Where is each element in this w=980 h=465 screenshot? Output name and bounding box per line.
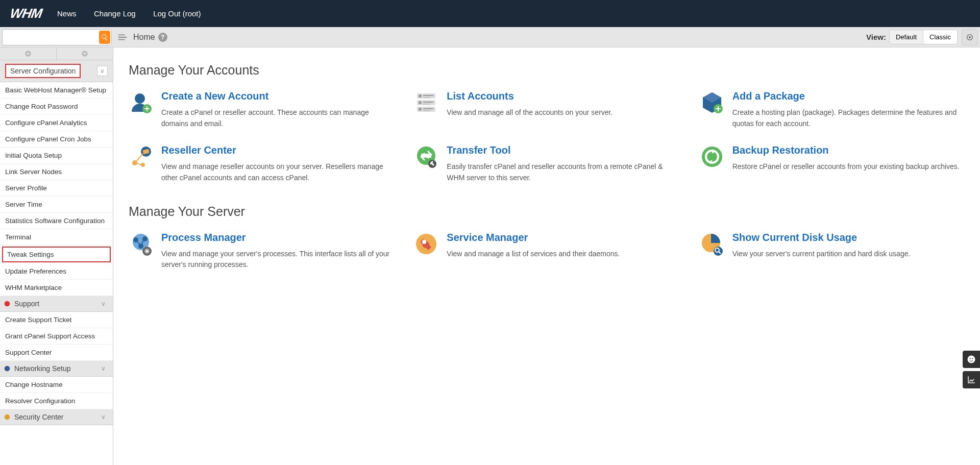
card-grid: Create a New AccountCreate a cPanel or r… xyxy=(129,90,965,184)
section-title: Manage Your Server xyxy=(129,204,965,219)
card-title[interactable]: List Accounts xyxy=(447,90,612,102)
svg-point-6 xyxy=(5,414,10,420)
collapse-bar xyxy=(0,47,113,60)
sidebar-toggle[interactable] xyxy=(117,32,128,43)
chevron-down-icon: ∨ xyxy=(99,300,108,308)
card-description: Restore cPanel or reseller accounts from… xyxy=(732,161,960,173)
feature-card: Create a New AccountCreate a cPanel or r… xyxy=(129,90,394,129)
search-wrapper xyxy=(2,29,112,45)
nav-news[interactable]: News xyxy=(57,9,77,18)
feedback-button[interactable] xyxy=(963,351,980,368)
card-icon xyxy=(129,144,153,169)
sidebar-item-initial-quota-setup[interactable]: Initial Quota Setup xyxy=(0,148,113,164)
main-content: Manage Your AccountsCreate a New Account… xyxy=(113,47,980,465)
sidebar-item-configure-cpanel-analytics[interactable]: Configure cPanel Analytics xyxy=(0,115,113,131)
chevron-down-icon xyxy=(81,50,88,57)
sidebar-group-server-configuration[interactable]: Server Configuration∨ xyxy=(0,60,113,82)
sidebar-item-create-support-ticket[interactable]: Create Support Ticket xyxy=(0,312,113,328)
search-input[interactable] xyxy=(4,33,99,41)
breadcrumb-home[interactable]: Home xyxy=(133,33,155,42)
sidebar-group-label: Support xyxy=(14,300,39,308)
sidebar-item-server-time[interactable]: Server Time xyxy=(0,197,113,213)
menu-icon xyxy=(117,32,128,43)
card-title[interactable]: Show Current Disk Usage xyxy=(732,232,911,243)
sidebar-item-basic-webhost-manager-setup[interactable]: Basic WebHost Manager® Setup xyxy=(0,82,113,99)
chevron-down-icon: ∨ xyxy=(99,413,108,421)
svg-point-36 xyxy=(422,240,426,244)
sidebar-group-label: Security Center xyxy=(14,413,63,421)
card-icon xyxy=(414,90,438,115)
svg-point-14 xyxy=(419,108,422,111)
svg-point-34 xyxy=(146,250,149,252)
card-title[interactable]: Service Manager xyxy=(447,232,620,243)
card-title[interactable]: Create a New Account xyxy=(161,90,394,102)
svg-point-5 xyxy=(5,366,10,372)
card-title[interactable]: Process Manager xyxy=(161,232,394,243)
group-icon xyxy=(3,413,11,421)
sidebar-group-networking-setup[interactable]: Networking Setup∨ xyxy=(0,361,113,377)
section-title: Manage Your Accounts xyxy=(129,63,965,78)
sidebar-item-terminal[interactable]: Terminal xyxy=(0,229,113,246)
feature-card: Show Current Disk UsageView your server'… xyxy=(700,232,965,271)
group-icon xyxy=(3,300,11,308)
card-title[interactable]: Transfer Tool xyxy=(447,144,679,156)
sidebar-item-configure-cpanel-cron-jobs[interactable]: Configure cPanel Cron Jobs xyxy=(0,131,113,148)
card-icon xyxy=(700,144,724,169)
stats-button[interactable] xyxy=(963,371,980,388)
help-icon[interactable]: ? xyxy=(158,33,167,42)
sidebar-item-whm-marketplace[interactable]: WHM Marketplace xyxy=(0,280,113,296)
sidebar-item-change-root-password[interactable]: Change Root Password xyxy=(0,99,113,115)
sidebar-item-tweak-settings[interactable]: Tweak Settings xyxy=(2,247,111,262)
sidebar-group-support[interactable]: Support∨ xyxy=(0,296,113,312)
nav-logout[interactable]: Log Out (root) xyxy=(153,9,201,18)
card-description: View your server's current partition and… xyxy=(732,249,911,260)
sidebar-item-update-preferences[interactable]: Update Preferences xyxy=(0,263,113,280)
card-title[interactable]: Reseller Center xyxy=(161,144,394,156)
svg-rect-18 xyxy=(423,104,430,105)
svg-rect-15 xyxy=(423,95,433,96)
svg-point-7 xyxy=(135,93,145,104)
chart-icon xyxy=(967,375,976,384)
card-description: Create a cPanel or reseller account. The… xyxy=(161,107,394,129)
sidebar-group-label: Networking Setup xyxy=(14,364,71,373)
feature-card: Transfer ToolEasily transfer cPanel and … xyxy=(414,144,679,183)
sidebar-item-grant-cpanel-support-access[interactable]: Grant cPanel Support Access xyxy=(0,328,113,345)
nav-changelog[interactable]: Change Log xyxy=(94,9,136,18)
group-icon xyxy=(3,364,11,373)
card-title[interactable]: Add a Package xyxy=(732,90,965,102)
card-description: Easily transfer cPanel and reseller acco… xyxy=(447,161,679,183)
sidebar-item-change-hostname[interactable]: Change Hostname xyxy=(0,377,113,393)
feature-card: List AccountsView and manage all of the … xyxy=(414,90,679,129)
svg-rect-16 xyxy=(423,97,430,98)
sidebar-item-support-center[interactable]: Support Center xyxy=(0,345,113,361)
sidebar-item-resolver-configuration[interactable]: Resolver Configuration xyxy=(0,393,113,409)
feature-card: Add a PackageCreate a hosting plan (pack… xyxy=(700,90,965,129)
feature-card: Backup RestorationRestore cPanel or rese… xyxy=(700,144,965,183)
card-description: View and manage all of the accounts on y… xyxy=(447,107,612,118)
view-label: View: xyxy=(866,33,886,41)
logo: WHM xyxy=(9,6,43,21)
expand-all-button[interactable] xyxy=(57,47,113,60)
view-classic-button[interactable]: Classic xyxy=(923,30,957,44)
sidebar-group-security-center[interactable]: Security Center∨ xyxy=(0,409,113,425)
svg-point-42 xyxy=(972,358,973,359)
top-header: WHM News Change Log Log Out (root) xyxy=(0,0,980,27)
collapse-all-button[interactable] xyxy=(0,47,57,60)
feature-card: Service ManagerView and manage a list of… xyxy=(414,232,679,271)
crosshair-icon xyxy=(966,33,974,41)
search-button[interactable] xyxy=(99,31,110,44)
card-title[interactable]: Backup Restoration xyxy=(732,144,960,156)
svg-point-4 xyxy=(5,301,10,307)
view-default-button[interactable]: Default xyxy=(890,30,923,44)
feature-card: Reseller CenterView and manage reseller … xyxy=(129,144,394,183)
sidebar-item-statistics-software-configuration[interactable]: Statistics Software Configuration xyxy=(0,213,113,229)
card-icon xyxy=(700,232,724,256)
svg-point-40 xyxy=(968,356,975,363)
fullscreen-button[interactable] xyxy=(962,29,978,45)
card-description: View and manage a list of services and t… xyxy=(447,249,620,260)
sidebar-item-server-profile[interactable]: Server Profile xyxy=(0,180,113,197)
sidebar-item-link-server-nodes[interactable]: Link Server Nodes xyxy=(0,164,113,180)
face-icon xyxy=(967,355,976,364)
sidebar-nav[interactable]: Server Configuration∨Basic WebHost Manag… xyxy=(0,60,113,465)
feature-card: Process ManagerView and manage your serv… xyxy=(129,232,394,271)
